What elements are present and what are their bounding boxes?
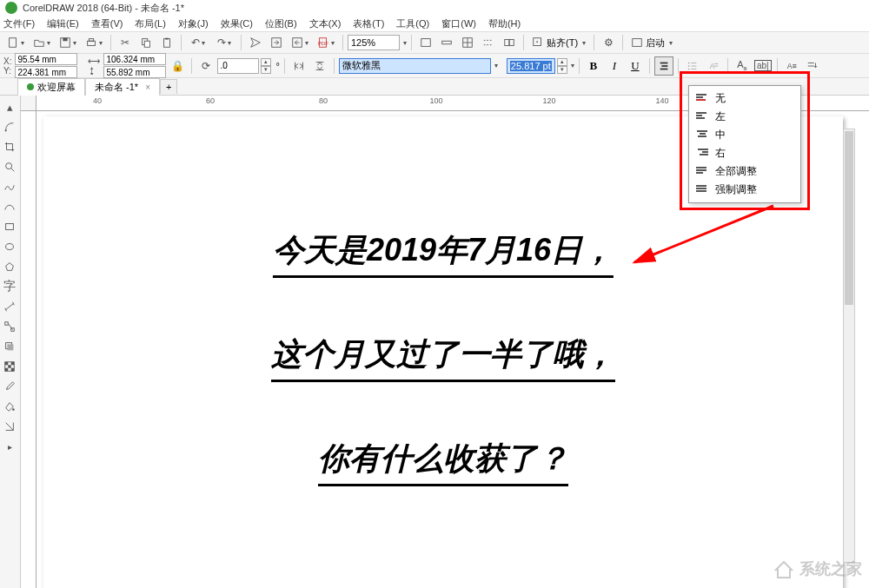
font-family-input[interactable]: 微软雅黑 <box>339 58 491 74</box>
italic-button[interactable]: I <box>605 56 624 76</box>
rotation-spinner[interactable]: ▴▾ <box>261 58 271 74</box>
launch-dropdown[interactable]: 启动 ▾ <box>627 33 676 52</box>
bullet-list-button[interactable] <box>683 56 702 76</box>
svg-rect-6 <box>144 41 149 47</box>
y-coord-input[interactable] <box>15 66 77 78</box>
tab-document[interactable]: 未命名 -1*× <box>85 78 160 96</box>
menu-layout[interactable]: 布局(L) <box>135 17 165 30</box>
snap-button[interactable] <box>500 33 519 52</box>
shape-tool[interactable] <box>0 117 19 136</box>
x-coord-input[interactable] <box>15 53 77 65</box>
mirror-v-button[interactable] <box>310 56 329 76</box>
zoom-input[interactable]: 125% <box>348 35 400 50</box>
canvas-text-3[interactable]: 你有什么收获了？ <box>318 438 568 486</box>
dropcap-button[interactable]: A <box>704 56 723 76</box>
vertical-scrollbar[interactable] <box>843 129 855 563</box>
grid-button[interactable] <box>458 33 477 52</box>
bold-button[interactable]: B <box>584 56 603 76</box>
text-direction-button[interactable] <box>803 56 822 76</box>
publish-button[interactable]: PDF▾ <box>314 33 338 52</box>
tab-add[interactable]: + <box>160 79 177 94</box>
crop-tool[interactable] <box>0 137 19 156</box>
menu-table[interactable]: 表格(T) <box>353 17 384 30</box>
outline-tool[interactable] <box>0 417 19 436</box>
copy-button[interactable] <box>136 33 156 52</box>
transparency-tool[interactable] <box>0 357 19 376</box>
menu-edit[interactable]: 编辑(E) <box>47 17 79 30</box>
canvas-text-1[interactable]: 今天是2019年7月16日， <box>273 229 614 278</box>
align-force-justify-item[interactable]: 强制调整 <box>689 181 800 199</box>
connector-tool[interactable] <box>0 317 19 336</box>
save-button[interactable]: ▾ <box>56 33 80 52</box>
align-left-item[interactable]: 左 <box>689 108 800 126</box>
menu-view[interactable]: 查看(V) <box>91 17 123 30</box>
chevron-down-icon: ▾ <box>228 39 231 47</box>
open-button[interactable]: ▾ <box>30 33 54 52</box>
fill-tool[interactable] <box>0 397 19 416</box>
tab-welcome[interactable]: 欢迎屏幕 <box>17 78 85 96</box>
close-icon[interactable]: × <box>145 83 150 92</box>
export-button[interactable]: ▾ <box>288 33 312 52</box>
width-input[interactable] <box>103 53 166 65</box>
underline-button[interactable]: U <box>626 56 645 76</box>
chevron-down-icon[interactable]: ▾ <box>571 62 574 69</box>
menu-bitmap[interactable]: 位图(B) <box>265 17 297 30</box>
import-button[interactable] <box>267 33 286 52</box>
rulers-button[interactable] <box>437 33 456 52</box>
menu-tools[interactable]: 工具(Q) <box>396 17 429 30</box>
parallel-dim-tool[interactable] <box>0 297 19 316</box>
canvas-text-2[interactable]: 这个月又过了一半了哦， <box>271 334 615 382</box>
cut-button[interactable]: ✂ <box>116 33 135 52</box>
scrollbar-thumb[interactable] <box>845 131 853 305</box>
align-center-item[interactable]: 中 <box>689 126 800 144</box>
svg-rect-8 <box>165 38 169 40</box>
ellipse-tool[interactable] <box>0 237 19 256</box>
edit-text-button[interactable]: ab| <box>753 56 773 76</box>
paste-button[interactable] <box>157 33 176 52</box>
new-button[interactable]: ▾ <box>3 33 28 52</box>
mirror-h-button[interactable] <box>289 56 308 76</box>
eyedropper-tool[interactable] <box>0 377 19 396</box>
height-input[interactable] <box>103 66 166 78</box>
text-frame-button[interactable]: A≡ <box>782 56 801 76</box>
menu-effects[interactable]: 效果(C) <box>221 17 253 30</box>
rotation-input[interactable] <box>217 58 259 74</box>
pick-tool[interactable]: ▴ <box>0 97 19 116</box>
guides-button[interactable] <box>479 33 498 52</box>
rectangle-tool[interactable] <box>0 217 19 236</box>
dropshadow-tool[interactable] <box>0 337 19 356</box>
chevron-down-icon[interactable]: ▾ <box>403 39 407 47</box>
menu-help[interactable]: 帮助(H) <box>488 17 521 30</box>
ruler-vertical[interactable] <box>21 111 36 588</box>
smart-tool[interactable] <box>0 197 19 216</box>
lock-ratio-button[interactable]: 🔒 <box>168 56 187 76</box>
menu-window[interactable]: 窗口(W) <box>441 17 476 30</box>
chevron-down-icon: ▾ <box>669 39 673 47</box>
fullscreen-button[interactable] <box>416 33 435 52</box>
fontsize-spinner[interactable]: ▴▾ <box>557 58 567 74</box>
align-right-item[interactable]: 右 <box>689 144 800 162</box>
align-none-item[interactable]: 无 <box>689 89 800 108</box>
text-tool[interactable]: 字 <box>0 277 19 296</box>
undo-button[interactable]: ↶▾ <box>186 33 210 52</box>
menu-object[interactable]: 对象(J) <box>178 17 209 30</box>
menu-file[interactable]: 文件(F) <box>3 17 35 30</box>
print-button[interactable]: ▾ <box>82 33 106 52</box>
freehand-tool[interactable] <box>0 177 19 196</box>
search-button[interactable] <box>246 33 265 52</box>
svg-rect-40 <box>5 130 7 132</box>
redo-button[interactable]: ↷▾ <box>212 33 236 52</box>
chevron-down-icon[interactable]: ▾ <box>494 62 498 69</box>
align-justify-item[interactable]: 全部调整 <box>689 162 800 181</box>
polygon-tool[interactable] <box>0 257 19 276</box>
ruler-corner[interactable] <box>21 96 36 111</box>
ruler-tick: 100 <box>429 96 442 105</box>
zoom-tool[interactable] <box>0 157 19 176</box>
char-format-button[interactable]: Aa <box>733 56 752 76</box>
expand-toolbox[interactable]: ▸ <box>0 437 19 456</box>
text-align-button[interactable] <box>654 56 673 76</box>
snapto-dropdown[interactable]: 贴齐(T) ▾ <box>528 33 589 52</box>
font-size-input[interactable]: 25.817 pt <box>507 58 555 74</box>
options-button[interactable]: ⚙ <box>599 33 618 52</box>
menu-text[interactable]: 文本(X) <box>309 17 342 30</box>
